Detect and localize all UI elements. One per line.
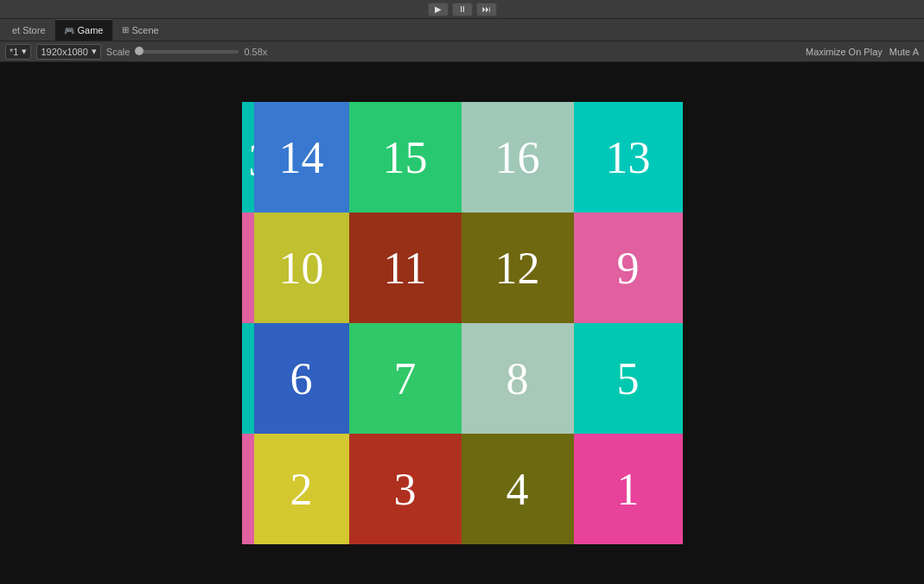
top-toolbar: ▶ ⏸ ⏭ — [0, 0, 924, 19]
cell-4: 4 — [462, 434, 574, 544]
maximize-on-play[interactable]: Maximize On Play — [806, 47, 883, 57]
tab-asset-store[interactable]: et Store — [3, 19, 54, 41]
options-bar: *1 ▾ 1920x1080 ▾ Scale 0.58x Maximize On… — [0, 41, 924, 62]
cell-7: 7 — [349, 323, 462, 434]
cell-16: 16 — [462, 102, 574, 213]
display-select[interactable]: *1 ▾ — [5, 44, 31, 60]
main-area: 3 14 15 16 13 10 11 12 9 6 7 8 5 — [0, 62, 924, 584]
tab-scene[interactable]: ⊞ Scene — [113, 19, 168, 41]
cell-10: 10 — [254, 213, 349, 323]
options-right: Maximize On Play Mute A — [806, 47, 919, 57]
game-icon: 🎮 — [64, 26, 74, 35]
cell-2: 2 — [254, 434, 349, 544]
cell-5: 5 — [574, 323, 683, 434]
cell-9: 9 — [574, 213, 683, 323]
cell-6: 6 — [254, 323, 349, 434]
scale-label: Scale — [106, 47, 131, 57]
game-viewport: 3 14 15 16 13 10 11 12 9 6 7 8 5 — [242, 102, 683, 544]
step-button[interactable]: ⏭ — [476, 3, 497, 16]
cell-partial-r2 — [242, 213, 254, 323]
play-button[interactable]: ▶ — [428, 3, 449, 16]
cell-partial-r4 — [242, 434, 254, 544]
cell-8: 8 — [462, 323, 574, 434]
cell-12: 12 — [462, 213, 574, 323]
tab-game[interactable]: 🎮 Game — [54, 19, 113, 41]
scale-value: 0.58x — [244, 47, 267, 57]
scale-thumb[interactable] — [135, 47, 143, 55]
game-label: Game — [78, 25, 104, 35]
options-left: *1 ▾ 1920x1080 ▾ Scale 0.58x — [5, 44, 799, 60]
cell-11: 11 — [349, 213, 462, 323]
cell-14: 14 — [254, 102, 349, 213]
scale-slider[interactable] — [135, 50, 239, 54]
resolution-select[interactable]: 1920x1080 ▾ — [36, 44, 100, 60]
cell-partial-r1: 3 — [242, 102, 254, 213]
scene-label: Scene — [132, 25, 159, 35]
pause-button[interactable]: ⏸ — [452, 3, 473, 16]
asset-store-label: et Store — [12, 25, 46, 35]
tab-bar: et Store 🎮 Game ⊞ Scene — [0, 19, 924, 41]
scene-icon: ⊞ — [122, 25, 129, 35]
cell-partial-r3 — [242, 323, 254, 434]
cell-3: 3 — [349, 434, 462, 544]
cell-15: 15 — [349, 102, 462, 213]
mute-audio[interactable]: Mute A — [889, 47, 919, 57]
cell-13: 13 — [574, 102, 683, 213]
cell-1: 1 — [574, 434, 683, 544]
